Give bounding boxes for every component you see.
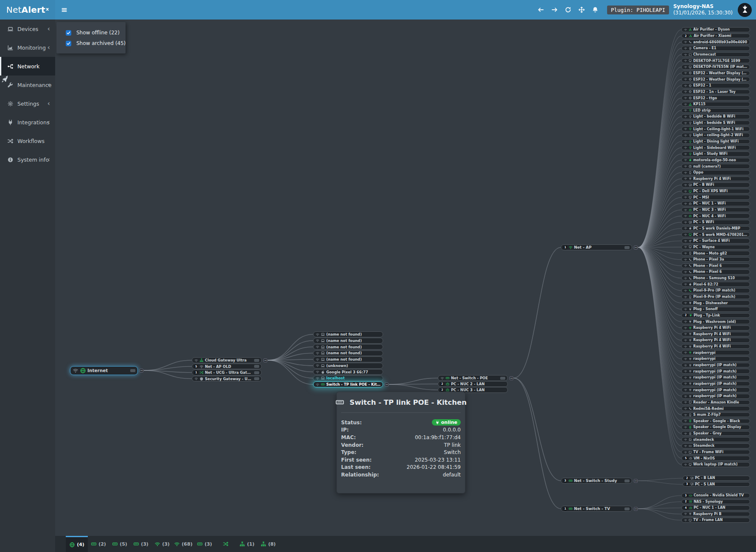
device-node-net-switch-poe[interactable]: Net - Switch - POE bbox=[438, 375, 508, 381]
move-icon[interactable] bbox=[578, 6, 585, 13]
device-node-phone-pixel-6[interactable]: Phone - Pixel 6 bbox=[681, 269, 750, 275]
collapse-node-button[interactable]: − bbox=[510, 376, 513, 380]
node-actions[interactable] bbox=[624, 246, 630, 249]
device-node-pixel-9-pro-ip-match[interactable]: Pixel-9-Pro (IP match) bbox=[681, 288, 750, 293]
sidebar-item-workflows[interactable]: Workflows bbox=[0, 132, 55, 150]
device-node-esp32-weather-display-w[interactable]: ESP32 - Weather Display (w... bbox=[681, 77, 750, 82]
device-node-raspberry-pi-b[interactable]: Raspberry Pi B bbox=[681, 512, 750, 517]
device-node-name-not-found[interactable]: (name not found) bbox=[313, 344, 383, 350]
device-node-raspberrypi-ip-match[interactable]: raspberrypi (IP match) bbox=[681, 369, 750, 374]
device-node-raspberrypi[interactable]: raspberrypi bbox=[681, 356, 750, 361]
device-node-light-bedside-b-wifi[interactable]: Light - bedside B WiFi bbox=[681, 114, 750, 119]
notifications-bell-icon[interactable] bbox=[592, 6, 599, 13]
device-node-motorola-edge-50-neo[interactable]: motorola-edge-50-neo bbox=[681, 158, 750, 163]
device-node-reader-amazon-kindle[interactable]: Reader - Amazon Kindle bbox=[681, 400, 750, 405]
filter-label[interactable]: Show offline (22) bbox=[76, 30, 120, 36]
footer-tab-5-wifi[interactable]: (3) bbox=[151, 536, 173, 552]
footer-tab-9-sitemap[interactable]: (1) bbox=[236, 536, 258, 552]
device-node-raspberry-pi-4-wifi[interactable]: Raspberry Pi 4 WiFi bbox=[681, 177, 750, 182]
node-actions[interactable] bbox=[254, 365, 259, 368]
device-node-speaker-google-black[interactable]: Speaker - Google - Black bbox=[681, 419, 750, 424]
device-node-name-not-found[interactable]: (name not found) bbox=[313, 331, 383, 337]
device-node-pc-b-lan[interactable]: 2PC - B LAN bbox=[683, 476, 750, 481]
device-node-nas-synology[interactable]: 2NAS - Synology bbox=[681, 499, 750, 504]
sidebar-item-integrations[interactable]: Integrations‹ bbox=[0, 113, 55, 132]
device-node-pc-msi[interactable]: PC - MSI bbox=[681, 195, 750, 200]
device-node-pc-nuc-1-lan[interactable]: 4PC - NUC 1 - LAN bbox=[681, 505, 750, 510]
filter-label[interactable]: Show archived (45) bbox=[76, 40, 126, 46]
device-node-tv-frame-lan[interactable]: TV - Frame LAN bbox=[681, 518, 750, 523]
device-node-light-bedside-s-wifi[interactable]: Light - bedside S WiFi bbox=[681, 120, 750, 126]
device-node-net-switch-study[interactable]: 3Net - Switch - Study bbox=[561, 478, 632, 484]
device-node-android-68608b93a00e4690[interactable]: android-68608b93a00e4690 bbox=[681, 39, 750, 45]
forward-arrow-icon[interactable] bbox=[551, 6, 558, 13]
device-node-chromecast[interactable]: Chromecast bbox=[681, 52, 750, 57]
collapse-node-button[interactable]: − bbox=[140, 369, 143, 373]
collapse-node-button[interactable]: − bbox=[263, 359, 267, 362]
device-node-light-ceiling-light-1-wifi[interactable]: Light - Ceiling-light-1 WiFi bbox=[681, 126, 750, 132]
device-node-phone-samsung-s10[interactable]: Phone - Samsung S10 bbox=[681, 276, 750, 281]
sidebar-item-network[interactable]: Network bbox=[0, 57, 55, 76]
device-node-pc-nuc-2-lan[interactable]: 2PC - NUC 2 - LAN bbox=[438, 381, 508, 387]
collapse-node-button[interactable]: − bbox=[634, 246, 638, 249]
device-node-raspberrypi-ip-match[interactable]: raspberrypi (IP match) bbox=[681, 375, 750, 380]
node-actions[interactable] bbox=[130, 369, 135, 372]
device-node-raspberry-pi-4-wifi[interactable]: Raspberry Pi 4 WiFi bbox=[681, 325, 750, 331]
device-node-pc-s-work-daniels-mbp[interactable]: PC - S work Daniels-MBP bbox=[681, 226, 750, 231]
show-archived-checkbox[interactable] bbox=[66, 41, 71, 46]
show-offline-checkbox[interactable] bbox=[66, 30, 71, 36]
device-node-camera-e1[interactable]: Camera - E1 bbox=[681, 46, 750, 51]
device-node-name-not-found[interactable]: (name not found) bbox=[313, 350, 383, 356]
device-node-work-laptop-ip-match[interactable]: Work laptop (IP match) bbox=[681, 462, 750, 467]
sidebar-item-devices[interactable]: Devices‹ bbox=[0, 20, 55, 38]
device-node-pc-dell-xps-wifi[interactable]: PC - Dell XPS WiFi bbox=[681, 189, 750, 194]
device-node-google-pixel-3-66-77[interactable]: Google Pixel 3 66:77 bbox=[313, 369, 383, 375]
device-node-pc-s-lan[interactable]: 3PC - S LAN bbox=[683, 482, 750, 487]
device-node-net-ap[interactable]: 1Net - AP bbox=[561, 244, 632, 251]
device-node-raspberry-pi-4-wifi[interactable]: Raspberry Pi 4 WiFi bbox=[681, 344, 750, 349]
device-node-security-gateway-usg[interactable]: Security Gateway - USG bbox=[192, 376, 262, 382]
device-node-unknown[interactable]: (unknown) bbox=[313, 363, 383, 369]
device-node-s-mum-z-flip7[interactable]: S mum Z-Flip7 bbox=[681, 412, 750, 418]
device-node-redmi5a-redmi[interactable]: Redmi5A-Redmi bbox=[681, 406, 750, 411]
device-node-desktop-h71l7ge-1e99[interactable]: DESKTOP-H71L7GE 1E99 bbox=[681, 58, 750, 63]
device-node-oppo[interactable]: Oppo bbox=[681, 170, 750, 175]
device-node-plug-tp-link[interactable]: 2Plug - Tp-Link bbox=[681, 313, 750, 318]
device-node-pc-wayne[interactable]: PC - Wayne bbox=[681, 245, 750, 250]
device-node-esp32-1[interactable]: ESP32 - 1 bbox=[681, 83, 750, 88]
sidebar-item-monitoring[interactable]: Monitoring‹ bbox=[0, 38, 55, 57]
device-node-kp115[interactable]: KP115 bbox=[681, 102, 750, 107]
footer-tab-4-switch[interactable]: (3) bbox=[130, 536, 151, 552]
sidebar-item-settings[interactable]: Settings‹ bbox=[0, 94, 55, 113]
device-node-pc-s-wifi[interactable]: PC - S WiFi bbox=[681, 220, 750, 225]
collapse-node-button[interactable]: − bbox=[634, 479, 638, 483]
device-node-raspberrypi-ip-match[interactable]: raspberrypi (IP match) bbox=[681, 387, 750, 392]
internet-node[interactable]: Internet bbox=[70, 366, 138, 375]
device-node-net-switch-tv[interactable]: 1Net - Switch - TV bbox=[561, 506, 632, 512]
device-node-phone-moto-g82[interactable]: Phone - Moto g82 bbox=[681, 251, 750, 256]
device-node-null-camera[interactable]: null (camera?) bbox=[681, 164, 750, 169]
device-node-pixel-9-pro-ip-match[interactable]: Pixel-9-Pro (IP match) bbox=[681, 294, 750, 300]
app-logo[interactable]: NetAlertx bbox=[0, 0, 55, 20]
device-node-plug-dishwasher[interactable]: Plug - Dishwasher bbox=[681, 300, 750, 305]
device-node-light-study-wifi[interactable]: Light - Study WiFi bbox=[681, 151, 750, 157]
node-actions[interactable] bbox=[254, 377, 259, 380]
back-arrow-icon[interactable] bbox=[538, 6, 544, 13]
device-node-esp32-weather-display-bl[interactable]: ESP32 - Weather Display (bl... bbox=[681, 71, 750, 76]
collapse-node-button[interactable]: − bbox=[385, 383, 389, 387]
device-node-pc-nuc-3-wifi[interactable]: PC - NUC 3 - WiFi bbox=[681, 207, 750, 213]
device-node-pc-nuc-1-wifi[interactable]: PC - NUC 1 - WiFi bbox=[681, 201, 750, 206]
device-node-esp32-ttgo[interactable]: ESP32 - ttgo bbox=[681, 95, 750, 101]
device-node-cloud-gateway-ultra[interactable]: Cloud Gateway Ultra bbox=[192, 357, 262, 363]
footer-tab-6-wifi[interactable]: (68) bbox=[173, 536, 194, 552]
device-node-led-strip[interactable]: LED strip bbox=[681, 108, 750, 113]
device-node-desktop-iv7e55n-ip-match[interactable]: DESKTOP-IV7E55N (IP match) bbox=[681, 64, 750, 70]
menu-toggle-icon[interactable] bbox=[61, 7, 67, 13]
device-node-pc-b-wifi[interactable]: PC - B WiFi bbox=[681, 182, 750, 188]
device-node-raspberry-pi-4-wifi[interactable]: Raspberry Pi 4 WiFi bbox=[681, 332, 750, 337]
device-node-steamdeck[interactable]: steamdeck bbox=[681, 437, 750, 442]
footer-tab-10-sitemap[interactable]: (8) bbox=[258, 536, 279, 552]
device-node-pc-nuc-4-wifi[interactable]: PC - NUC 4 - WiFi bbox=[681, 213, 750, 219]
device-node-light-ceiling-light-2-wifi[interactable]: Light - ceiling-light-2 WiFi bbox=[681, 133, 750, 138]
device-node-esp32-1n-laser-toy[interactable]: ESP32 - 1n - Laser Toy bbox=[681, 90, 750, 95]
